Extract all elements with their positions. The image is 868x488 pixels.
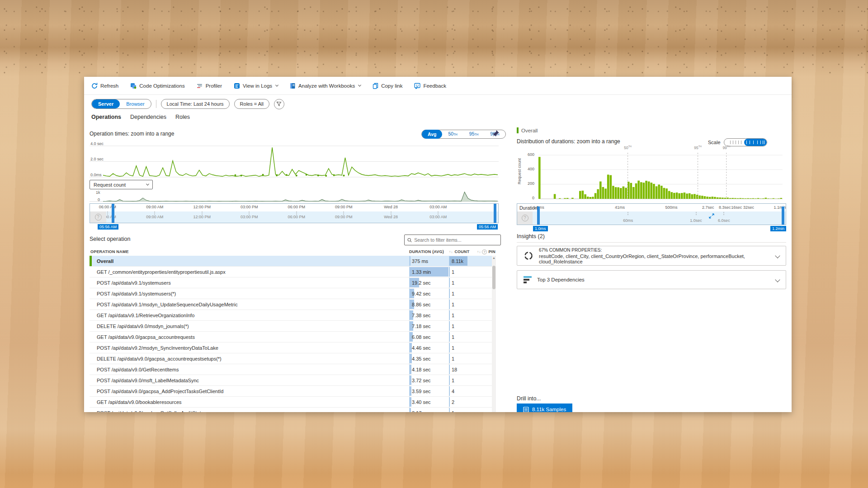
table-row[interactable]: POST /api/data/v9.2/msdyn_SyncInventoryD… [90,343,496,353]
table-row[interactable]: POST /api/data/v9.0/msdyn_GetSellerAudit… [90,408,496,412]
brush-tick [296,211,297,215]
scrollbar-thumb[interactable] [492,266,495,289]
operation-name-cell: POST /api/data/v9.2/msdyn_SyncInventoryD… [90,343,409,353]
browser-toggle[interactable]: Browser [120,99,151,108]
count-cell: 2 [449,397,477,407]
time-tick-label: 06:00 PM [288,215,305,219]
tab-bar: Operations Dependencies Roles [91,114,190,120]
count-cell: 4 [449,386,477,396]
column-count[interactable]: ↑↓ COUNT [449,249,477,254]
top-dependencies-card[interactable]: Top 3 Dependencies [517,270,786,289]
duration-cell: 4.18 sec [409,364,449,375]
duration-range-brush[interactable]: Duration 1.0ms41ms500ms2.7sec8.3sec16sec… [517,203,786,225]
duration-cell: 7.38 sec [409,310,449,320]
chevron-down-icon[interactable] [775,253,780,258]
scroll-up-icon[interactable]: ▲ [492,256,495,260]
time-range-brush[interactable]: 06:00 AM09:00 AM12:00 PM03:00 PM06:00 PM… [90,203,499,223]
duration-cell: 6.08 sec [409,332,449,342]
view-in-logs-button[interactable]: View in Logs [234,83,278,89]
table-row[interactable]: POST /api/data/v9.0/msft_LabelMetadataSy… [90,375,496,386]
pin-chart-button[interactable] [492,130,500,138]
expand-range-icon[interactable] [709,213,714,219]
table-row[interactable]: GET /api/data/v9.1/RetrieveOrganizationI… [90,310,496,321]
tab-roles[interactable]: Roles [175,114,190,120]
sort-icon[interactable]: ↑↓ [449,250,453,254]
table-scrollbar[interactable]: ▲ [492,256,496,412]
feedback-button[interactable]: Feedback [414,83,446,89]
table-row[interactable]: DELETE /api/data/v9.0/gacpsa_accountrequ… [90,353,496,364]
brush-right-handle[interactable] [494,204,496,223]
roles-filter[interactable]: Roles = All [234,99,269,109]
hist-tick-200: 200 [521,181,534,186]
samples-button-label: 8.11k Samples [532,407,566,412]
common-properties-icon [524,251,533,261]
table-row[interactable]: POST /api/data/v9.0/gacpsa_AddProjectTas… [90,386,496,397]
distribution-legend: Overall [517,127,538,133]
duration-brush-right-handle[interactable] [782,206,784,225]
metric-95th[interactable]: 95TH [463,130,484,139]
dependencies-bars-icon [524,276,532,283]
duration-brush-left-handle[interactable] [537,206,540,225]
metric-50th[interactable]: 50TH [442,130,463,139]
column-pin: ↑↓ ? PIN [477,249,496,254]
percentile-labels: 50TH95TH99TH [538,145,783,150]
add-filter-button[interactable] [274,99,284,109]
search-icon [407,238,412,243]
hist-tick-400: 400 [521,167,534,171]
brush-end-label: 05:56 AM [477,224,498,230]
analyze-with-workbooks-button[interactable]: Analyze with Workbooks [290,83,361,89]
time-range-filter[interactable]: Local Time: Last 24 hours [161,99,230,109]
metric-dropdown[interactable]: Request count [90,180,153,189]
duration-cell: 3.72 sec [409,375,449,385]
table-row[interactable]: Overall375 ms8.11k [90,256,496,267]
server-toggle[interactable]: Server [92,99,120,108]
workbooks-icon [290,83,296,89]
brush-left-handle[interactable] [112,204,114,223]
operation-times-chart[interactable] [90,141,499,179]
table-row[interactable]: POST /api/data/v9.1/systemusers19.2 sec1 [90,277,496,288]
analyze-with-workbooks-label: Analyze with Workbooks [298,83,355,89]
chevron-down-icon [358,84,361,87]
search-input[interactable] [414,237,498,243]
table-row[interactable]: GET /api/data/v9.0/bookableresources3.40… [90,397,496,408]
table-row[interactable]: DELETE /api/data/v9.0/msdyn_journals(*)7… [90,321,496,332]
sort-icon[interactable]: ↑↓ [477,250,481,254]
filter-bar: Server Browser Local Time: Last 24 hours… [91,99,284,109]
time-tick-label: 09:00 PM [335,215,353,219]
common-properties-card[interactable]: 67% COMMON PROPERTIES: resultCode, clien… [517,246,786,266]
brush-reset-box[interactable]: ? [517,211,533,225]
copy-link-button[interactable]: Copy link [373,83,402,89]
column-duration[interactable]: DURATION (AVG) [409,249,449,254]
table-row[interactable]: POST /api/data/v9.1/msdyn_UpdateSequence… [90,299,496,310]
column-operation-name[interactable]: OPERATION NAME [90,249,409,254]
table-row[interactable]: POST /api/data/v9.1/systemusers(*)9.42 s… [90,288,496,299]
chevron-down-icon[interactable] [775,277,780,282]
profiler-button[interactable]: Profiler [197,83,222,89]
code-optimizations-button[interactable]: Code Optimizations [130,83,184,89]
metric-avg[interactable]: Avg [422,130,442,139]
brush-reset-box[interactable]: ? [90,211,106,223]
table-row[interactable]: GET /_common/entityproperties/entityprop… [90,267,496,277]
profiler-icon [197,83,203,89]
table-row[interactable]: GET /api/data/v9.0/gacpsa_accountrequest… [90,332,496,343]
help-icon: ? [95,214,102,221]
tab-dependencies[interactable]: Dependencies [130,114,166,120]
table-body: Overall375 ms8.11kGET /_common/entitypro… [90,256,496,412]
time-brush-axis: 06:00 AM09:00 AM12:00 PM03:00 PM06:00 PM… [90,214,498,221]
operation-times-title: Operation times: zoom into a range [90,131,174,137]
duration-histogram-chart[interactable] [538,151,783,200]
table-row[interactable]: POST /api/data/v9.0/GetRecentItems4.18 s… [90,364,496,375]
duration-brush-label: 1.0sec [690,218,702,223]
linear-scale-option[interactable] [729,141,742,144]
duration-brush-area[interactable]: 60ms1.0sec6.0sec [517,211,786,225]
duration-brush-axis: 60ms1.0sec6.0sec [517,217,786,225]
samples-button[interactable]: 8.11k Samples [517,404,572,412]
refresh-button[interactable]: Refresh [91,83,118,89]
time-tick-label: 06:00 PM [288,205,305,209]
duration-cell: 3.40 sec [409,397,449,407]
brush-tick [438,211,439,215]
request-count-mini-chart[interactable] [90,189,499,202]
time-brush-area[interactable]: 06:00 AM09:00 AM12:00 PM03:00 PM06:00 PM… [90,211,498,223]
help-icon: ? [482,249,487,254]
tab-operations[interactable]: Operations [91,114,121,120]
